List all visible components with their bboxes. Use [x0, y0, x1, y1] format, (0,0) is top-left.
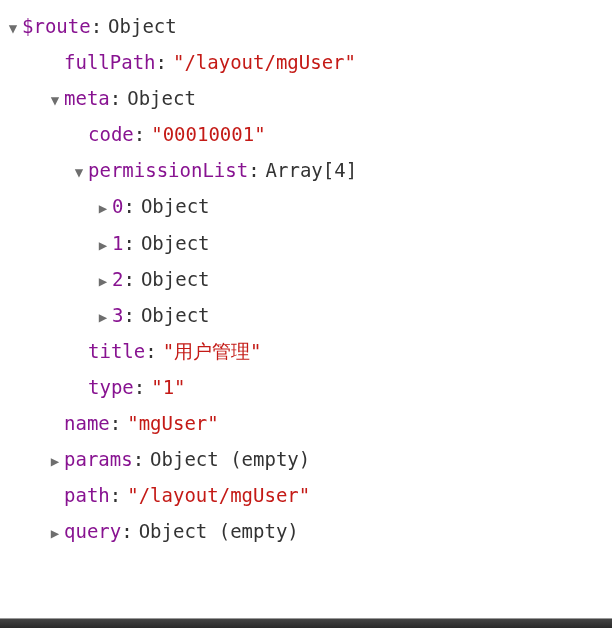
property-key: path	[64, 477, 110, 513]
property-value: Object	[141, 261, 210, 297]
property-value: "mgUser"	[127, 405, 219, 441]
tree-row-meta[interactable]: ▼ meta: Object	[4, 80, 608, 116]
property-key: 1	[112, 225, 123, 261]
tree-row-permissionlist[interactable]: ▼ permissionList: Array[4]	[4, 152, 608, 188]
tree-row-type[interactable]: type: "1"	[4, 369, 608, 405]
expand-arrow-right-icon[interactable]: ▶	[94, 195, 112, 222]
property-key: 2	[112, 261, 123, 297]
tree-row-item-0[interactable]: ▶ 0: Object	[4, 188, 608, 224]
property-value: Object	[141, 188, 210, 224]
property-key: name	[64, 405, 110, 441]
expand-arrow-right-icon[interactable]: ▶	[94, 268, 112, 295]
property-value: Array[4]	[266, 152, 358, 188]
expand-arrow-down-icon[interactable]: ▼	[4, 15, 22, 42]
property-key: 0	[112, 188, 123, 224]
property-value: "00010001"	[151, 116, 265, 152]
property-key: params	[64, 441, 133, 477]
property-value: Object	[141, 297, 210, 333]
property-value: "/layout/mgUser"	[127, 477, 310, 513]
property-value: Object	[141, 225, 210, 261]
property-key: query	[64, 513, 121, 549]
expand-arrow-right-icon[interactable]: ▶	[46, 448, 64, 475]
property-value: "/layout/mgUser"	[173, 44, 356, 80]
property-key: $route	[22, 8, 91, 44]
property-value: "用户管理"	[163, 333, 262, 369]
property-key: title	[88, 333, 145, 369]
property-value: Object	[127, 80, 196, 116]
property-key: permissionList	[88, 152, 248, 188]
tree-row-item-1[interactable]: ▶ 1: Object	[4, 225, 608, 261]
tree-row-item-2[interactable]: ▶ 2: Object	[4, 261, 608, 297]
property-value: Object (empty)	[139, 513, 299, 549]
tree-row-root[interactable]: ▼ $route: Object	[4, 8, 608, 44]
expand-arrow-right-icon[interactable]: ▶	[46, 520, 64, 547]
expand-arrow-down-icon[interactable]: ▼	[70, 159, 88, 186]
property-value: "1"	[151, 369, 185, 405]
property-key: code	[88, 116, 134, 152]
property-key: type	[88, 369, 134, 405]
property-key: meta	[64, 80, 110, 116]
tree-row-path[interactable]: path: "/layout/mgUser"	[4, 477, 608, 513]
expand-arrow-down-icon[interactable]: ▼	[46, 87, 64, 114]
object-tree: ▼ $route: Object fullPath: "/layout/mgUs…	[4, 8, 608, 549]
property-value: Object (empty)	[150, 441, 310, 477]
expand-arrow-right-icon[interactable]: ▶	[94, 232, 112, 259]
tree-row-item-3[interactable]: ▶ 3: Object	[4, 297, 608, 333]
tree-row-fullpath[interactable]: fullPath: "/layout/mgUser"	[4, 44, 608, 80]
tree-row-name[interactable]: name: "mgUser"	[4, 405, 608, 441]
property-key: fullPath	[64, 44, 156, 80]
tree-row-params[interactable]: ▶ params: Object (empty)	[4, 441, 608, 477]
tree-row-title[interactable]: title: "用户管理"	[4, 333, 608, 369]
tree-row-code[interactable]: code: "00010001"	[4, 116, 608, 152]
property-value: Object	[108, 8, 177, 44]
property-key: 3	[112, 297, 123, 333]
tree-row-query[interactable]: ▶ query: Object (empty)	[4, 513, 608, 549]
expand-arrow-right-icon[interactable]: ▶	[94, 304, 112, 331]
